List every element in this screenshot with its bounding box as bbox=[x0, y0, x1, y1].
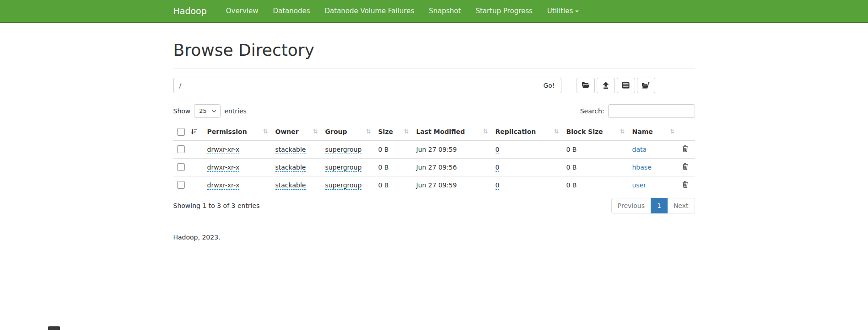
nav-item-datanode-volume-failures[interactable]: Datanode Volume Failures bbox=[318, 0, 422, 22]
select-all-checkbox[interactable] bbox=[177, 128, 185, 136]
delete-button[interactable] bbox=[682, 163, 688, 170]
nav-item-overview[interactable]: Overview bbox=[219, 0, 266, 22]
utilities-label: Utilities bbox=[547, 7, 573, 15]
pagination: Previous 1 Next bbox=[611, 198, 695, 213]
replication-editable[interactable]: 0 bbox=[496, 181, 500, 190]
last-modified-cell: Jun 27 09:59 bbox=[413, 176, 492, 194]
directory-path-input[interactable] bbox=[173, 78, 537, 93]
delete-button[interactable] bbox=[682, 181, 688, 188]
owner-editable[interactable]: stackable bbox=[275, 164, 306, 172]
nav-item-startup-progress[interactable]: Startup Progress bbox=[468, 0, 539, 22]
hdfs-browse-directory-page: { "navbar": { "brand": "Hadoop", "items"… bbox=[0, 0, 868, 330]
size-cell: 0 B bbox=[375, 158, 413, 176]
page-length-control: Show 25 entries bbox=[173, 104, 247, 118]
delete-button[interactable] bbox=[682, 145, 688, 152]
sort-icon: ⇅ bbox=[366, 128, 371, 135]
brand-link-hadoop[interactable]: Hadoop bbox=[173, 0, 207, 22]
trash-icon bbox=[682, 145, 688, 152]
column-label: Permission bbox=[207, 128, 247, 135]
last-modified-cell: Jun 27 09:59 bbox=[413, 140, 492, 159]
column-header-permission[interactable]: Permission⇅ bbox=[204, 123, 272, 140]
group-editable[interactable]: supergroup bbox=[325, 146, 362, 154]
table-footer: Showing 1 to 3 of 3 entries Previous 1 N… bbox=[173, 198, 695, 213]
search-label: Search: bbox=[580, 107, 604, 115]
column-header-last-modified[interactable]: Last Modified⇅ bbox=[413, 123, 492, 140]
sort-icon: ⇅ bbox=[554, 128, 559, 135]
search-control: Search: bbox=[580, 104, 695, 118]
chevron-down-icon bbox=[212, 110, 216, 112]
upload-icon bbox=[602, 82, 609, 89]
status-tooltip-sliver bbox=[48, 326, 60, 330]
table-header-row: Permission⇅ Owner⇅ Group⇅ Size⇅ Last Mod… bbox=[173, 123, 695, 140]
group-editable[interactable]: supergroup bbox=[325, 181, 362, 190]
explorer-toolbar bbox=[577, 78, 655, 93]
folder-up-button[interactable] bbox=[637, 78, 655, 93]
column-label: Last Modified bbox=[416, 128, 465, 135]
column-header-block-size[interactable]: Block Size⇅ bbox=[563, 123, 629, 140]
column-header-name[interactable]: Name⇅ bbox=[629, 123, 679, 140]
column-header-size[interactable]: Size⇅ bbox=[375, 123, 413, 140]
column-header-actions bbox=[679, 123, 695, 140]
entries-info: Showing 1 to 3 of 3 entries bbox=[173, 202, 260, 209]
pagination-previous-button[interactable]: Previous bbox=[611, 198, 651, 213]
directory-listing-table: Permission⇅ Owner⇅ Group⇅ Size⇅ Last Mod… bbox=[173, 123, 695, 194]
column-header-group[interactable]: Group⇅ bbox=[322, 123, 375, 140]
block-size-cell: 0 B bbox=[563, 176, 629, 194]
nav-item-snapshot[interactable]: Snapshot bbox=[421, 0, 468, 22]
page-size-value: 25 bbox=[199, 107, 207, 114]
column-header-replication[interactable]: Replication⇅ bbox=[492, 123, 563, 140]
sort-icon: ⇅ bbox=[483, 128, 488, 135]
page-title: Browse Directory bbox=[173, 41, 695, 59]
nav-item-utilities-dropdown[interactable]: Utilities bbox=[540, 0, 586, 22]
create-directory-button[interactable] bbox=[577, 78, 595, 93]
directory-link[interactable]: user bbox=[632, 181, 647, 189]
column-label: Block Size bbox=[566, 128, 603, 135]
owner-editable[interactable]: stackable bbox=[275, 146, 306, 154]
path-bar: Go! bbox=[173, 78, 695, 93]
page-header: Browse Directory bbox=[173, 41, 695, 69]
caret-down-icon bbox=[575, 11, 579, 12]
pagination-page-1-button[interactable]: 1 bbox=[651, 198, 668, 213]
column-header-owner[interactable]: Owner⇅ bbox=[272, 123, 322, 140]
directory-link[interactable]: data bbox=[632, 146, 647, 153]
upload-file-button[interactable] bbox=[597, 78, 615, 93]
page-size-select[interactable]: 25 bbox=[194, 104, 221, 118]
column-label: Group bbox=[325, 128, 347, 135]
table-row: drwxr-xr-x stackable supergroup 0 B Jun … bbox=[173, 140, 695, 159]
replication-editable[interactable]: 0 bbox=[496, 164, 500, 172]
sort-icon: ⇅ bbox=[263, 128, 268, 135]
replication-editable[interactable]: 0 bbox=[496, 146, 500, 154]
sort-asc-icon bbox=[191, 128, 197, 135]
nav-item-datanodes[interactable]: Datanodes bbox=[265, 0, 317, 22]
row-checkbox[interactable] bbox=[177, 145, 185, 153]
column-label: Replication bbox=[496, 128, 536, 135]
column-label: Size bbox=[378, 128, 394, 135]
permission-editable[interactable]: drwxr-xr-x bbox=[207, 146, 240, 154]
table-row: drwxr-xr-x stackable supergroup 0 B Jun … bbox=[173, 176, 695, 194]
folder-up-icon bbox=[642, 82, 650, 89]
trash-icon bbox=[682, 163, 688, 170]
table-controls: Show 25 entries Search: bbox=[173, 104, 695, 118]
list-alt-icon bbox=[622, 82, 630, 89]
directory-link[interactable]: hbase bbox=[632, 164, 652, 171]
permission-editable[interactable]: drwxr-xr-x bbox=[207, 164, 240, 172]
block-size-cell: 0 B bbox=[563, 158, 629, 176]
path-input-group: Go! bbox=[173, 78, 561, 93]
pagination-next-button[interactable]: Next bbox=[668, 198, 695, 213]
table-row: drwxr-xr-x stackable supergroup 0 B Jun … bbox=[173, 158, 695, 176]
column-label: Name bbox=[632, 128, 653, 135]
group-editable[interactable]: supergroup bbox=[325, 164, 362, 172]
size-cell: 0 B bbox=[375, 140, 413, 159]
permission-editable[interactable]: drwxr-xr-x bbox=[207, 181, 240, 190]
row-checkbox[interactable] bbox=[177, 181, 185, 189]
footer-divider bbox=[173, 226, 695, 226]
go-button[interactable]: Go! bbox=[537, 78, 561, 93]
cut-paste-button[interactable] bbox=[617, 78, 635, 93]
column-header-select-all[interactable] bbox=[173, 123, 204, 140]
sort-icon: ⇅ bbox=[620, 128, 625, 135]
site-footer: Hadoop, 2023. bbox=[173, 234, 695, 241]
search-input[interactable] bbox=[608, 104, 695, 118]
row-checkbox[interactable] bbox=[177, 163, 185, 171]
owner-editable[interactable]: stackable bbox=[275, 181, 306, 190]
size-cell: 0 B bbox=[375, 176, 413, 194]
